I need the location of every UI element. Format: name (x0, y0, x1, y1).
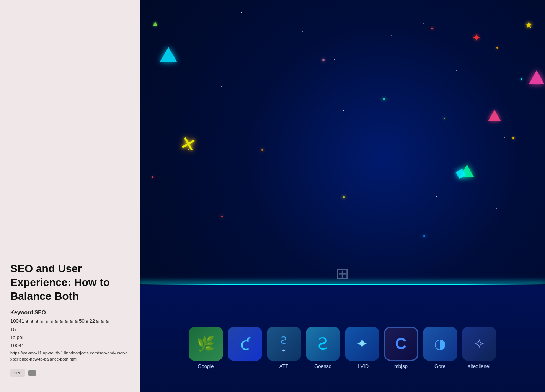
app-icon-hook[interactable]: ƈ - (228, 327, 262, 369)
goesso-label: Goesso (314, 363, 331, 369)
neon-cross: ✕ (178, 132, 199, 157)
hook-label: - (244, 363, 245, 369)
google-icon-box[interactable]: 🌿 (189, 327, 223, 361)
article-title: SEO and User Experience: How to Balance … (10, 262, 129, 304)
cyan-diamond: ◆ (454, 163, 468, 182)
meta-city: Taipei (10, 334, 129, 341)
att-icon-box[interactable]: Ƨ + (267, 327, 301, 361)
left-panel: SEO and User Experience: How to Balance … (0, 0, 140, 392)
tag-row: seo (10, 369, 129, 377)
google-label: Google (198, 363, 214, 369)
meta-id: 10041 (10, 342, 129, 349)
app-icon-llvid[interactable]: ✦ LLVID (345, 327, 379, 369)
seo-tag[interactable]: seo (10, 369, 25, 377)
app-icon-google[interactable]: 🌿 Google (189, 327, 223, 369)
llvid-label: LLVID (355, 363, 369, 369)
att-label: ATT (279, 363, 289, 369)
llvid-icon-box[interactable]: ✦ (345, 327, 379, 361)
keyword-label: Keyword SEO (10, 309, 129, 317)
mbsp-label: mb|sp (394, 363, 408, 369)
app-icon-att[interactable]: Ƨ + ATT (267, 327, 301, 369)
green-star-gem: ▲ (152, 20, 159, 28)
hook-icon-box[interactable]: ƈ (228, 327, 262, 361)
tag-icon (28, 370, 36, 376)
app-icon-mbsp[interactable]: C mb|sp (384, 327, 418, 369)
app-icon-alteq[interactable]: ✧ alteqilenei (462, 327, 496, 369)
app-icons-row: 🌿 Google ƈ - Ƨ + ATT (140, 327, 545, 369)
gore-label: Gore (434, 363, 445, 369)
app-icon-goesso[interactable]: Ƨ Goesso (306, 327, 340, 369)
meta-number: 15 (10, 326, 129, 333)
meta-url[interactable]: https://ya-seo-11.ap-south-1.linodeobjec… (10, 350, 129, 362)
yellow-star-gem: ★ (525, 20, 533, 30)
app-icon-gore[interactable]: ◑ Gore (423, 327, 457, 369)
space-background: ✦ ★ ▲ ✕ ◆ ⊞ (140, 0, 545, 392)
mbsp-icon-box[interactable]: C (384, 327, 418, 361)
grid-symbol: ⊞ (336, 266, 349, 282)
right-panel: ✦ ★ ▲ ✕ ◆ ⊞ (140, 0, 545, 392)
red-star-gem: ✦ (472, 31, 481, 44)
meta-description: 10041ａａａａａａａａａａａ50ａ22ａａａ (10, 318, 129, 325)
floor: ⊞ 🌿 Google ƈ - (140, 285, 545, 392)
gore-icon-box[interactable]: ◑ (423, 327, 457, 361)
goesso-icon-box[interactable]: Ƨ (306, 327, 340, 361)
alteq-label: alteqilenei (468, 363, 490, 369)
alteq-icon-box[interactable]: ✧ (462, 327, 496, 361)
